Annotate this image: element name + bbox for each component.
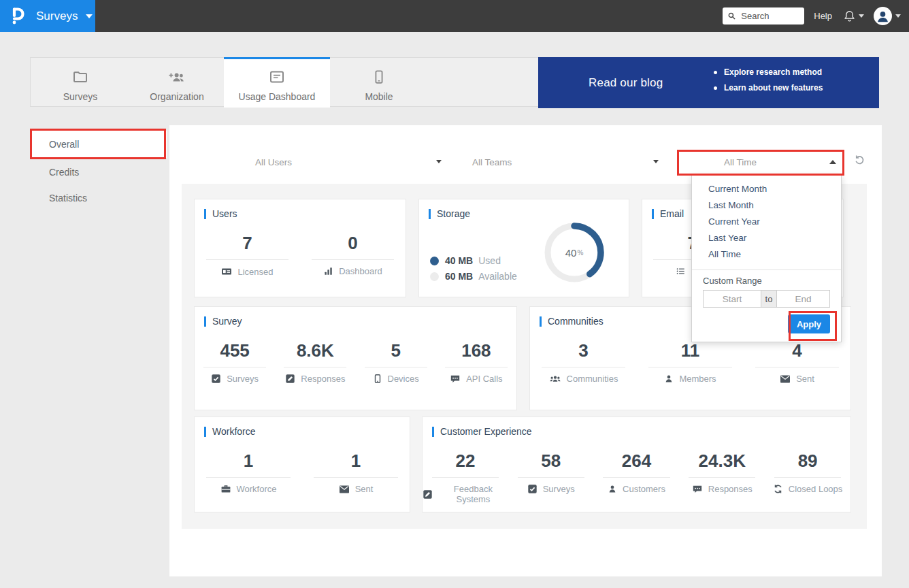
tab-surveys[interactable]: Surveys [31,58,130,106]
stat-divider [365,367,427,368]
stat-label-text: Communities [567,374,618,384]
search-input[interactable] [740,10,801,22]
tab-label: Organization [150,91,203,102]
card-title-text: Survey [212,316,242,327]
time-option-last-month[interactable]: Last Month [692,197,841,214]
stat-label: Closed Loops [773,484,843,494]
sidebar-item-credits[interactable]: Credits [30,159,167,186]
stat-divider [206,477,290,478]
chevron-down-icon [895,14,901,18]
stat-closed-loops: 89Closed Loops [765,451,850,504]
stat-communities: 3Communities [530,340,637,387]
stat-label: Sent [339,484,374,494]
time-option-current-year[interactable]: Current Year [692,214,841,230]
stat-surveys: 455Surveys [195,340,275,387]
legend-value: 40 MB [445,255,473,266]
card-title-text: Email [660,208,684,219]
card-survey: Survey455Surveys8.6KResponses5Devices168… [194,306,517,410]
card-title-text: Users [212,208,237,219]
stat-label-text: Members [679,374,716,384]
donut-percent-label: 40% [542,220,607,285]
stat-label-text: Sent [355,484,374,494]
reset-filters-button[interactable] [854,154,865,165]
teams-filter-select[interactable]: All Teams [472,152,664,172]
chevron-down-icon [653,160,659,163]
stat-label: Responses [692,484,753,494]
tab-label: Usage Dashboard [239,91,316,102]
stat-divider [689,477,755,478]
stat-divider [445,367,508,368]
users-filter-select[interactable]: All Users [255,152,447,172]
stat-label-text: Closed Loops [789,484,843,494]
stat-value: 264 [594,451,680,471]
start-date-input[interactable] [703,290,761,308]
app-menu-label[interactable]: Surveys [36,10,78,23]
stat-value: 168 [436,340,516,361]
sidebar-item-label: Credits [49,167,79,178]
stat-sent: 4Sent [744,340,850,387]
tab-label: Mobile [365,91,393,102]
topbar-actions: Help [723,7,909,25]
comment-dots-icon [692,484,703,494]
card-stats-row: 455Surveys8.6KResponses5Devices168API Ca… [195,340,516,387]
stat-label-text: Surveys [543,484,575,494]
tab-mobile[interactable]: Mobile [330,58,428,106]
stat-label: Customers [608,484,665,494]
card-accent-bar [204,316,206,327]
time-filter-select[interactable]: All Time [689,152,842,172]
stat-label-text: Licensed [237,267,273,277]
card-title-text: Communities [548,316,604,327]
card-title-text: Customer Experience [440,426,532,437]
users-filter-value: All Users [255,157,292,167]
stat-label: Sent [780,374,814,384]
search-icon [727,12,736,20]
blog-banner-title: Read our blog [589,76,663,90]
p-logo-icon [9,6,27,27]
blog-banner[interactable]: Read our blog Explore research methodLea… [538,57,879,108]
card-stats-row: 1Workforce1Sent [195,451,410,497]
stat-label: Responses [285,374,345,384]
time-option-last-year[interactable]: Last Year [692,230,841,246]
chevron-down-icon [86,14,93,18]
tab-label: Surveys [63,91,98,102]
stat-label: Dashboard [323,266,382,276]
sidebar-item-statistics[interactable]: Statistics [30,184,167,212]
stat-divider [648,367,731,368]
briefcase-icon [220,484,231,494]
stat-label: Surveys [211,374,259,384]
sidebar-item-overall[interactable]: Overall [30,131,167,158]
stat-divider [203,367,266,368]
stat-value: 8.6K [275,340,355,361]
envelope-icon [339,485,350,494]
legend-label: Available [478,271,517,282]
apply-button[interactable]: Apply [788,314,830,333]
blog-bullet: Learn about new features [714,83,823,93]
stat-label: Devices [373,374,419,384]
notifications-button[interactable] [843,10,864,22]
stat-divider [518,477,584,478]
tab-usage-dashboard[interactable]: Usage Dashboard [224,57,330,108]
stat-value: 22 [423,451,508,471]
card-storage: Storage40 MBUsed60 MBAvailable40% [418,199,629,297]
legend-label: Used [478,255,501,266]
bullet-text: Explore research method [724,67,822,77]
legend-row: 40 MBUsed [430,255,517,266]
stat-divider [603,477,670,478]
stat-label-text: Responses [301,374,345,384]
bell-icon [843,10,856,22]
tab-organization[interactable]: Organization [130,58,224,106]
end-date-input[interactable] [777,290,830,308]
stat-divider [206,259,288,260]
check-square-icon [211,374,221,384]
time-option-current-month[interactable]: Current Month [692,181,841,197]
pencil-square-icon [285,374,295,384]
app-logo-menu[interactable]: Surveys [0,0,95,32]
stat-value: 1 [302,451,410,471]
help-link[interactable]: Help [814,11,832,21]
time-option-all-time[interactable]: All Time [692,246,841,263]
card-stats-row: 22Feedback Systems58Surveys264Customers2… [423,451,850,504]
search-box[interactable] [723,7,804,24]
card-accent-bar [540,316,542,327]
stat-label-text: Customers [623,484,665,494]
account-menu[interactable] [874,7,901,25]
